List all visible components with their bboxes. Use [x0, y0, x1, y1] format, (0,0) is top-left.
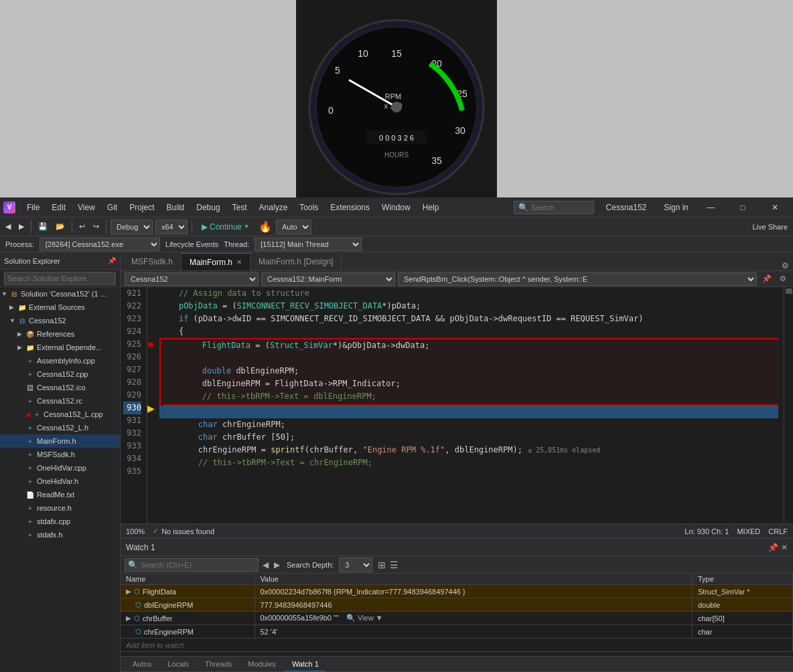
tree-msfssdk[interactable]: + MSFSsdk.h	[0, 448, 120, 461]
menu-view[interactable]: View	[72, 200, 100, 215]
tree-references[interactable]: ▶ 📦 References	[0, 327, 120, 341]
watch-buf-icon: ⬡	[134, 614, 140, 622]
sidebar-search-input[interactable]	[4, 272, 116, 285]
tab-mainformh[interactable]: MainForm.h ✕	[182, 253, 250, 270]
menu-search-box[interactable]: 🔍	[514, 201, 594, 214]
menu-debug[interactable]: Debug	[191, 200, 225, 215]
toolbar-undo[interactable]: ↩	[76, 221, 88, 232]
process-select[interactable]: [28264] Cessna152.exe	[40, 238, 160, 251]
watch-depth-select[interactable]: 3	[339, 558, 372, 572]
debug-mode-select[interactable]: Debug	[111, 220, 153, 234]
tree-project[interactable]: ▼ ⊟ Cessna152	[0, 314, 120, 327]
tree-stdafx-h[interactable]: + stdafx.h	[0, 528, 120, 541]
tree-ext-dep[interactable]: ▶ 📁 External Depende...	[0, 341, 120, 354]
highlight-block-start: FlightData = (Struct_SimVar*)&pObjData->…	[159, 338, 778, 406]
tab-modules[interactable]: Modules	[241, 657, 283, 671]
menu-search-input[interactable]	[531, 203, 585, 212]
toolbar-open[interactable]: 📂	[53, 221, 68, 232]
tree-cessna152lcpp[interactable]: ◀ + Cessna152_L.cpp	[0, 408, 120, 421]
tree-resourceh[interactable]: + resource.h	[0, 501, 120, 515]
menu-git[interactable]: Git	[102, 200, 123, 215]
menu-tools[interactable]: Tools	[294, 200, 323, 215]
tab-threads[interactable]: Threads	[198, 657, 238, 671]
watch-row-flightdata[interactable]: ▶ ⬡ FlightData 0x00002234d7b867f8 {RPM_I…	[121, 585, 793, 598]
editor-settings-icon[interactable]: ⚙	[777, 274, 789, 283]
right-scrollbar[interactable]	[784, 287, 793, 523]
tab-mainformh-design[interactable]: MainForm.h [Design]	[250, 253, 342, 270]
tab-watch1[interactable]: Watch 1	[285, 657, 326, 671]
tree-solution[interactable]: ▼ ⊟ Solution 'Cessna152' (1 ...	[0, 287, 120, 301]
tree-readme[interactable]: 📄 ReadMe.txt	[0, 488, 120, 501]
menu-edit[interactable]: Edit	[46, 200, 71, 215]
tree-stdafx-cpp[interactable]: + stdafx.cpp	[0, 515, 120, 528]
member-dropdown-right[interactable]: SendRptsBrn_Click(System::Object ^ sende…	[398, 272, 757, 286]
toolbar-save[interactable]: 💾	[35, 221, 50, 232]
tab-locals[interactable]: Locals	[161, 657, 196, 671]
watch-row-chrbuffer[interactable]: ▶ ⬡ chrBuffer 0x00000055a15fe9b0 "" 🔍 Vi…	[121, 612, 793, 625]
watch-search-box[interactable]: 🔍	[125, 558, 259, 572]
menu-analyze[interactable]: Analyze	[254, 200, 293, 215]
tree-onehidvar-h[interactable]: + OneHidVar.h	[0, 475, 120, 488]
sidebar-pin-icon[interactable]: 📌	[108, 257, 116, 264]
watch-columns-icon[interactable]: ☰	[390, 560, 399, 570]
menu-project[interactable]: Project	[124, 200, 159, 215]
watch-pin-icon[interactable]: 📌	[768, 543, 778, 552]
tree-cessna152rc[interactable]: + Cessna152.rc	[0, 394, 120, 408]
chrbuffer-name: chrBuffer	[143, 614, 172, 622]
class-dropdown[interactable]: Cessna152	[125, 272, 259, 286]
file-lh-icon: +	[25, 423, 35, 432]
watch-search-input[interactable]	[141, 561, 234, 569]
toolbar-forward[interactable]: ▶	[16, 221, 27, 232]
hot-reload-icon[interactable]: 🔥	[259, 220, 272, 233]
watch-nav-back[interactable]: ◀	[263, 560, 269, 570]
menu-extensions[interactable]: Extensions	[325, 200, 375, 215]
tab-msfssdk[interactable]: MSFSsdk.h	[123, 253, 182, 270]
onehidvarcpp-label: OneHidVar.cpp	[37, 464, 86, 472]
watch-row-dblengine[interactable]: ⬡ dblEngineRPM 777.94839468497446 double	[121, 598, 793, 612]
view-button[interactable]: 🔍 View ▼	[346, 614, 383, 622]
watch-add-row[interactable]: Add item to watch	[121, 639, 793, 652]
auto-select[interactable]: Auto	[276, 220, 311, 234]
tree-cessna152ico[interactable]: 🖼 Cessna152.ico	[0, 381, 120, 394]
tab-autos[interactable]: Autos	[126, 657, 158, 671]
expand-buf-icon[interactable]: ▶	[126, 614, 131, 622]
menu-help[interactable]: Help	[417, 200, 445, 215]
code-line-928: dblEngineRPM = FlightData->RPM_Indicator…	[163, 377, 778, 390]
tree-assemblyinfo[interactable]: + AssemblyInfo.cpp	[0, 354, 120, 367]
toolbar-redo[interactable]: ↪	[90, 221, 102, 232]
platform-select[interactable]: x64	[155, 220, 188, 234]
tree-external-sources[interactable]: ▶ 📁 External Sources	[0, 301, 120, 314]
thread-select[interactable]: [15112] Main Thread	[255, 238, 362, 251]
watch-row-chrengine[interactable]: ⬡ chrEngineRPM 52 '4' char	[121, 625, 793, 639]
file-cpp-icon: +	[25, 369, 35, 379]
watch-close-icon[interactable]: ✕	[781, 543, 788, 552]
menu-window[interactable]: Window	[376, 200, 416, 215]
editor-pin-icon[interactable]: 📌	[760, 274, 774, 283]
toolbar-back[interactable]: ◀	[3, 221, 13, 232]
minimize-button[interactable]: —	[695, 197, 726, 218]
member-dropdown-left[interactable]: Cessna152::MainForm	[261, 272, 395, 286]
live-share-button[interactable]: Live Share	[749, 222, 790, 232]
sign-in-button[interactable]: Sign in	[658, 200, 694, 215]
tree-cessna152cpp[interactable]: + Cessna152.cpp	[0, 367, 120, 381]
tab-settings-icon[interactable]: ⚙	[778, 261, 793, 270]
code-editor[interactable]: // Assign data to structure pObjData = (…	[154, 287, 784, 523]
tree-cessna152lh[interactable]: + Cessna152_L.h	[0, 421, 120, 434]
close-button[interactable]: ✕	[760, 197, 790, 218]
menu-test[interactable]: Test	[227, 200, 253, 215]
continue-dropdown-icon[interactable]: ▼	[244, 224, 249, 230]
watch-filter-icon[interactable]: ⊞	[378, 560, 386, 570]
tab-mainformh-label: MainForm.h	[190, 258, 232, 267]
references-icon: 📦	[25, 329, 35, 339]
maximize-button[interactable]: □	[727, 197, 758, 218]
tab-mainformh-close[interactable]: ✕	[236, 258, 242, 266]
tree-mainformh[interactable]: + MainForm.h	[0, 434, 120, 448]
tree-onehidvar-cpp[interactable]: + OneHidVar.cpp	[0, 461, 120, 475]
code-container[interactable]: 921 922 923 924 925 926 927 928 929 930 …	[121, 287, 793, 523]
continue-button[interactable]: ▶ Continue ▼	[196, 221, 255, 233]
expand-flight-icon[interactable]: ▶	[126, 588, 131, 595]
watch-nav-forward[interactable]: ▶	[274, 560, 280, 570]
menu-build[interactable]: Build	[161, 200, 190, 215]
readme-label: ReadMe.txt	[37, 491, 74, 499]
menu-file[interactable]: File	[21, 200, 45, 215]
